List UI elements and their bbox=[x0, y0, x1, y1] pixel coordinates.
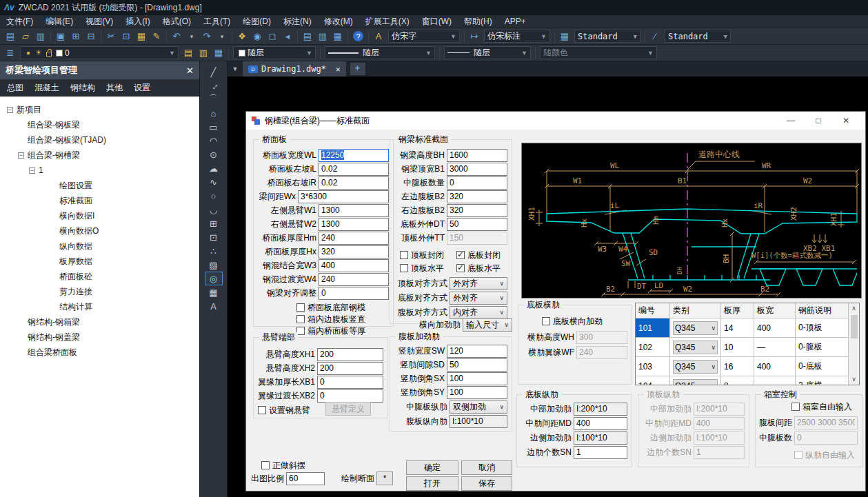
tab-general[interactable]: 总图 bbox=[7, 82, 23, 94]
ellipse-arc-icon[interactable]: ◡ bbox=[205, 203, 223, 216]
stiffener-chamfer-sy-input[interactable] bbox=[447, 386, 507, 399]
layer-isolate-icon[interactable]: ▥ bbox=[196, 46, 211, 60]
undo-dropdown-icon[interactable]: ▾ bbox=[184, 30, 199, 43]
girder-spacing-input[interactable] bbox=[298, 190, 389, 203]
scroll-up-icon[interactable]: ∧ bbox=[851, 303, 856, 314]
polygon-icon[interactable]: ⌂ bbox=[205, 106, 223, 120]
help-icon[interactable]: ? bbox=[353, 31, 363, 41]
girder-align-adjust-input[interactable] bbox=[319, 287, 389, 300]
sheet-set-icon[interactable]: ▦ bbox=[330, 30, 345, 43]
stiffener-width-input[interactable] bbox=[447, 345, 507, 358]
left-cantilever-input[interactable] bbox=[319, 204, 389, 217]
undo-icon[interactable]: ↶ bbox=[169, 30, 184, 43]
insert-block-icon[interactable]: ⊞ bbox=[205, 216, 223, 230]
table-icon[interactable]: ▦ bbox=[205, 285, 223, 299]
layer-previous-icon[interactable]: ▤ bbox=[181, 46, 196, 60]
bottom-plate-level-checkbox[interactable] bbox=[456, 264, 465, 272]
layer-manager-icon[interactable]: ≣ bbox=[3, 46, 18, 60]
dialog-maximize-button[interactable]: □ bbox=[805, 116, 832, 125]
cantilever-height-xh1-input[interactable] bbox=[317, 348, 383, 361]
deck-thickness-hx-input[interactable] bbox=[319, 245, 389, 258]
stiffener-gap-input[interactable] bbox=[447, 358, 507, 372]
zoom-realtime-icon[interactable]: ◉ bbox=[250, 30, 265, 43]
tree-item[interactable]: 绘图设置 bbox=[0, 178, 199, 193]
flange-thicken-xb1-input[interactable] bbox=[317, 376, 383, 389]
dialog-minimize-button[interactable]: — bbox=[777, 116, 805, 125]
make-block-icon[interactable]: ⊡ bbox=[205, 230, 223, 244]
tab-concrete[interactable]: 混凝土 bbox=[34, 82, 59, 94]
revision-cloud-icon[interactable]: ☁ bbox=[205, 161, 223, 175]
tab-close-icon[interactable]: ✕ bbox=[336, 65, 341, 74]
mleader-style-combo[interactable]: Standard ▼ bbox=[665, 30, 731, 43]
top-plate-closed-checkbox[interactable] bbox=[400, 251, 408, 259]
scrollbar-thumb[interactable] bbox=[851, 315, 858, 338]
cut-icon[interactable]: ✂ bbox=[103, 30, 119, 43]
linetype-combo[interactable]: 随层 ▼ bbox=[325, 46, 435, 59]
bottom-overhang-input[interactable] bbox=[447, 218, 507, 231]
tree-item[interactable]: 纵向数据 bbox=[0, 239, 199, 254]
menu-help[interactable]: 帮助(H) bbox=[458, 16, 498, 28]
copy-icon[interactable]: ⊡ bbox=[119, 30, 134, 43]
right-web-input[interactable] bbox=[447, 204, 507, 217]
table-row[interactable]: 103 Q345∨ 16 400 0-底板 bbox=[636, 357, 848, 376]
deck-right-slope-input[interactable] bbox=[319, 176, 389, 190]
menu-app[interactable]: APP+ bbox=[498, 17, 532, 26]
draw-section-button[interactable]: * bbox=[376, 471, 393, 485]
deck-bottom-formwork-checkbox[interactable] bbox=[296, 303, 305, 312]
steel-cantilever-checkbox[interactable] bbox=[258, 406, 266, 414]
menu-insert[interactable]: 插入(I) bbox=[119, 16, 156, 28]
tree-item[interactable]: 剪力连接 bbox=[0, 284, 199, 299]
menu-format[interactable]: 格式(O) bbox=[157, 16, 197, 28]
arc-icon[interactable]: ◠ bbox=[205, 134, 223, 148]
box-free-input-checkbox[interactable] bbox=[791, 403, 800, 411]
layer-states-icon[interactable]: ▦ bbox=[211, 46, 226, 60]
right-cantilever-input[interactable] bbox=[319, 218, 389, 231]
table-row[interactable]: 101 Q345∨ 14 400 0-顶板 bbox=[636, 318, 848, 338]
tree-item[interactable]: 桥面板砼 bbox=[0, 269, 199, 284]
drawing-canvas[interactable]: ▼ D Drawing1.dwg* ✕ + 钢槽梁(组合梁)——标准截面 — □… bbox=[228, 61, 868, 497]
cantilever-height-xh2-input[interactable] bbox=[317, 362, 383, 375]
bottom-mid-spacing-input[interactable] bbox=[574, 417, 627, 430]
web-align-combo[interactable]: 内对齐∨ bbox=[450, 306, 507, 319]
tool-palette-icon[interactable]: ▥ bbox=[315, 30, 330, 43]
match-properties-icon[interactable]: ✎ bbox=[149, 30, 164, 43]
plot-preview-icon[interactable]: ⊞ bbox=[68, 30, 83, 43]
tree-item[interactable]: 板厚数据 bbox=[0, 254, 199, 269]
scroll-down-icon[interactable]: ∨ bbox=[851, 374, 856, 385]
menu-draw[interactable]: 绘图(D) bbox=[236, 16, 277, 28]
tree-item[interactable]: 组合梁-钢板梁 bbox=[0, 117, 199, 132]
paste-icon[interactable]: ▦ bbox=[134, 30, 149, 43]
zoom-window-icon[interactable]: ◻ bbox=[265, 30, 280, 43]
tab-settings[interactable]: 设置 bbox=[134, 82, 150, 94]
grade-combo[interactable]: Q345∨ bbox=[673, 321, 718, 335]
table-style-combo[interactable]: Standard ▼ bbox=[574, 30, 640, 43]
plot-icon[interactable]: ▣ bbox=[53, 30, 68, 43]
bottom-plate-align-combo[interactable]: 外对齐∨ bbox=[450, 292, 507, 305]
menu-window[interactable]: 窗口(W) bbox=[416, 16, 458, 28]
steel-concrete-transition-input[interactable] bbox=[319, 273, 389, 286]
menu-express[interactable]: 扩展工具(X) bbox=[359, 16, 416, 28]
layer-freeze-sun-icon[interactable]: ☀ bbox=[33, 46, 44, 60]
dialog-close-button[interactable]: ✕ bbox=[832, 116, 860, 125]
circle-icon[interactable]: ⊙ bbox=[205, 148, 223, 161]
menu-dimension[interactable]: 标注(N) bbox=[277, 16, 318, 28]
grade-combo[interactable]: Q345∨ bbox=[673, 341, 718, 354]
rectangle-icon[interactable]: ▭ bbox=[205, 120, 223, 134]
girder-top-width-input[interactable] bbox=[447, 163, 507, 176]
save-button[interactable]: 保存 bbox=[461, 476, 512, 491]
tab-list-dropdown-icon[interactable]: ▼ bbox=[228, 65, 243, 72]
publish-icon[interactable]: ⊟ bbox=[83, 30, 99, 43]
deck-width-input[interactable]: 12250 bbox=[319, 149, 389, 162]
top-plate-level-checkbox[interactable] bbox=[400, 264, 408, 272]
top-plate-align-combo[interactable]: 外对齐∨ bbox=[450, 277, 507, 290]
menu-file[interactable]: 文件(F) bbox=[0, 16, 39, 28]
hatch-icon[interactable]: ▨ bbox=[205, 258, 223, 272]
lineweight-combo[interactable]: 随层 ▼ bbox=[444, 46, 531, 59]
collapse-icon[interactable]: − bbox=[7, 107, 13, 113]
redo-icon[interactable]: ↷ bbox=[199, 30, 214, 43]
new-tab-button[interactable]: + bbox=[350, 63, 365, 75]
menu-view[interactable]: 视图(V) bbox=[79, 16, 119, 28]
drawing-tab[interactable]: D Drawing1.dwg* ✕ bbox=[243, 61, 346, 77]
grade-combo[interactable]: Q345∨ bbox=[673, 360, 718, 374]
mtext-icon[interactable]: A bbox=[205, 299, 223, 313]
